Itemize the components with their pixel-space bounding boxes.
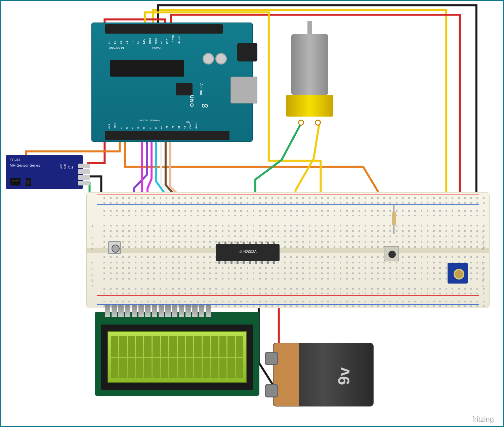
arduino-pin-labels-top: A5 A4 A3 A2 A1 A0 VIN GND GND 5V 3V3 RES…: [108, 35, 182, 45]
motor-can: [291, 34, 328, 95]
software-credit-label: fritzing: [472, 415, 494, 424]
push-button: [384, 246, 399, 261]
battery-terminal-neg: [265, 384, 278, 397]
sensor-pin-labels: A0 D0 GND VCC: [60, 164, 74, 169]
diagram-canvas: A5 A4 A3 A2 A1 A0 VIN GND GND 5V 3V3 RES…: [0, 0, 504, 427]
ir-speed-sensor-module: FC-03 MH-Sensor-Series LM393 A0 D0 GND V…: [6, 155, 83, 189]
arduino-capacitors: [203, 53, 227, 65]
sensor-header-pins: [78, 164, 90, 185]
battery-voltage-label: 9v: [335, 367, 353, 385]
breadboard-row-labels-left: J I H G F E D C B A: [91, 225, 94, 288]
uln2003a-driver-ic: ULN2003A: [216, 244, 280, 261]
motor-terminal-2: [315, 120, 321, 126]
arduino-icsp-header: [176, 83, 193, 95]
arduino-digital-section-label: DIGITAL (PWM~): [139, 119, 160, 122]
breadboard: J I H G F E D C B A J I H G F E D C B A: [86, 192, 490, 308]
arduino-header-bottom: [105, 131, 229, 140]
arduino-atmega-chip: [110, 60, 184, 77]
lcd-16x2-display: [95, 312, 259, 396]
nine-volt-battery: 9v: [273, 343, 374, 407]
arduino-header-top: [105, 24, 223, 34]
arduino-on-led-label: ON: [186, 120, 191, 124]
motor-shaft: [307, 21, 312, 34]
dc-motor: [283, 31, 337, 122]
arduino-power-section-label: POWER: [152, 46, 162, 49]
motor-endcap: [286, 95, 333, 117]
arduino-analog-section-label: ANALOG IN: [109, 46, 124, 49]
arduino-model-label: UNO: [189, 95, 195, 108]
breadboard-center-channel: [87, 248, 489, 253]
motor-terminal-1: [298, 120, 304, 126]
arduino-power-jack: [237, 43, 257, 61]
sensor-model-label: FC-03: [10, 158, 20, 162]
pull-up-resistor: [392, 204, 396, 234]
sensor-series-label: MH-Sensor-Series: [10, 163, 40, 167]
sensor-ir-led: [26, 178, 31, 186]
contrast-trimpot: [108, 241, 121, 254]
speed-potentiometer: [448, 263, 468, 284]
arduino-uno-board: A5 A4 A3 A2 A1 A0 VIN GND GND 5V 3V3 RES…: [91, 23, 253, 142]
battery-terminal-pos: [265, 352, 278, 365]
arduino-usb-port: [230, 77, 257, 103]
arduino-logo-icon: ∞: [199, 100, 210, 111]
lcd-character-cells: [111, 336, 243, 378]
sensor-comparator-ic: LM393: [10, 178, 20, 185]
arduino-brand-label: Arduino: [199, 83, 203, 95]
lcd-header-pins: [105, 305, 211, 317]
